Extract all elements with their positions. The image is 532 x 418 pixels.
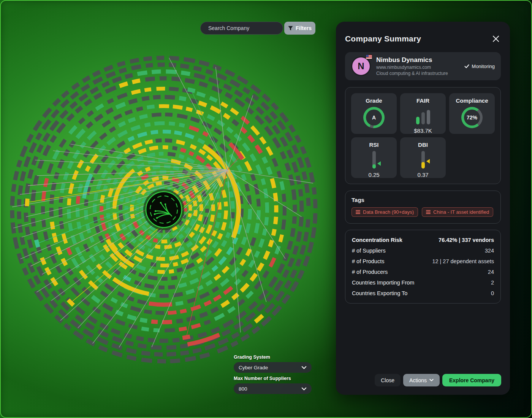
filters-button[interactable]: Filters bbox=[284, 22, 315, 35]
max-suppliers-select[interactable]: 800 bbox=[234, 383, 312, 394]
tag-stack-icon bbox=[356, 210, 360, 214]
company-summary-panel: Company Summary N Nimbus Dynamics www.ni… bbox=[336, 22, 510, 395]
dbi-gauge bbox=[421, 151, 425, 168]
actions-button[interactable]: Actions bbox=[403, 374, 440, 386]
max-suppliers-label: Max Number of Suppliers bbox=[234, 376, 312, 381]
grade-gauge: A bbox=[363, 107, 385, 128]
rsi-label: RSI bbox=[369, 141, 378, 148]
rsi-metric-card[interactable]: RSI 0.25 bbox=[351, 137, 397, 178]
company-card[interactable]: N Nimbus Dynamics www.nimbusdynamics.com… bbox=[345, 52, 501, 80]
stat-row-concentration-risk: Concentration Risk76.42% | 337 vendors bbox=[352, 235, 494, 245]
tags-section: Tags Data Breach (90+days) bbox=[345, 191, 501, 224]
stats-section: Concentration Risk76.42% | 337 vendors #… bbox=[345, 230, 501, 304]
focus-company-logo[interactable] bbox=[143, 189, 184, 230]
fair-bars-gauge bbox=[416, 107, 430, 124]
rsi-gauge-fill bbox=[372, 164, 376, 169]
close-panel-button[interactable] bbox=[491, 34, 501, 44]
max-suppliers-value: 800 bbox=[239, 386, 247, 392]
panel-title: Company Summary bbox=[345, 34, 421, 43]
company-search-combobox[interactable] bbox=[200, 22, 283, 35]
app-root: Filters Grading System Cyber Grade Max N… bbox=[0, 0, 532, 418]
company-name: Nimbus Dynamics bbox=[376, 56, 459, 64]
fair-value: $83.7K bbox=[414, 127, 432, 134]
compliance-gauge: 72% bbox=[461, 107, 483, 128]
monitoring-status: Monitoring bbox=[464, 64, 495, 69]
rsi-gauge-marker bbox=[377, 161, 381, 166]
grade-metric-card[interactable]: Grade A bbox=[351, 93, 397, 134]
fair-label: FAIR bbox=[416, 97, 429, 104]
dbi-metric-card[interactable]: DBI 0.37 bbox=[400, 137, 446, 178]
stat-row-countries-importing: Countries Importing From2 bbox=[352, 277, 494, 288]
tag-china-it-asset[interactable]: China - IT asset identified bbox=[422, 207, 493, 217]
explore-company-button[interactable]: Explore Company bbox=[442, 374, 501, 386]
tag-label: Data Breach (90+days) bbox=[363, 209, 414, 215]
dbi-value: 0.37 bbox=[417, 172, 428, 178]
dbi-label: DBI bbox=[418, 141, 428, 148]
stat-row-suppliers: # of Suppliers324 bbox=[352, 245, 494, 256]
company-website: www.nimbusdynamics.com bbox=[376, 65, 459, 70]
search-input[interactable] bbox=[208, 25, 277, 31]
chevron-down-icon bbox=[429, 379, 434, 381]
actions-label: Actions bbox=[409, 377, 427, 383]
compliance-label: Compliance bbox=[456, 97, 488, 104]
filters-label: Filters bbox=[296, 25, 312, 31]
monitoring-label: Monitoring bbox=[472, 64, 495, 69]
tag-label: China - IT asset identified bbox=[433, 209, 489, 215]
close-button[interactable]: Close bbox=[375, 374, 401, 386]
compliance-value: 72% bbox=[467, 114, 477, 121]
rsi-value: 0.25 bbox=[368, 172, 379, 178]
checkmark-icon bbox=[464, 64, 469, 68]
stat-row-producers: # of Producers24 bbox=[352, 267, 494, 277]
metrics-section: Grade A FAIR $83.7K Compliance 72% RSI bbox=[345, 87, 501, 184]
dbi-gauge-marker bbox=[426, 159, 430, 164]
stat-row-products: # of Products12 | 27 dependent assets bbox=[352, 256, 494, 267]
company-description: Cloud computing & AI infrastructure bbox=[376, 71, 459, 76]
grade-label: Grade bbox=[366, 97, 382, 104]
tag-data-breach[interactable]: Data Breach (90+days) bbox=[352, 207, 418, 217]
dbi-gauge-fill bbox=[421, 162, 425, 168]
tag-stack-icon bbox=[426, 210, 431, 214]
stat-row-countries-exporting: Countries Exporting To0 bbox=[352, 288, 494, 299]
grading-system-control: Grading System Cyber Grade bbox=[234, 354, 312, 373]
chevron-down-icon bbox=[301, 387, 307, 391]
close-icon bbox=[492, 35, 499, 42]
company-avatar: N bbox=[351, 56, 371, 76]
max-suppliers-control: Max Number of Suppliers 800 bbox=[234, 376, 312, 394]
grading-system-select[interactable]: Cyber Grade bbox=[234, 362, 312, 373]
chevron-down-icon bbox=[301, 366, 307, 369]
us-flag-icon bbox=[366, 55, 372, 59]
compliance-metric-card[interactable]: Compliance 72% bbox=[449, 93, 495, 134]
tags-title: Tags bbox=[352, 197, 494, 203]
grading-system-label: Grading System bbox=[234, 354, 312, 360]
grading-system-value: Cyber Grade bbox=[239, 365, 268, 370]
funnel-icon bbox=[288, 26, 293, 31]
rsi-gauge bbox=[372, 151, 376, 168]
fair-metric-card[interactable]: FAIR $83.7K bbox=[400, 93, 446, 134]
grade-value: A bbox=[372, 114, 376, 121]
company-initial: N bbox=[358, 61, 364, 72]
